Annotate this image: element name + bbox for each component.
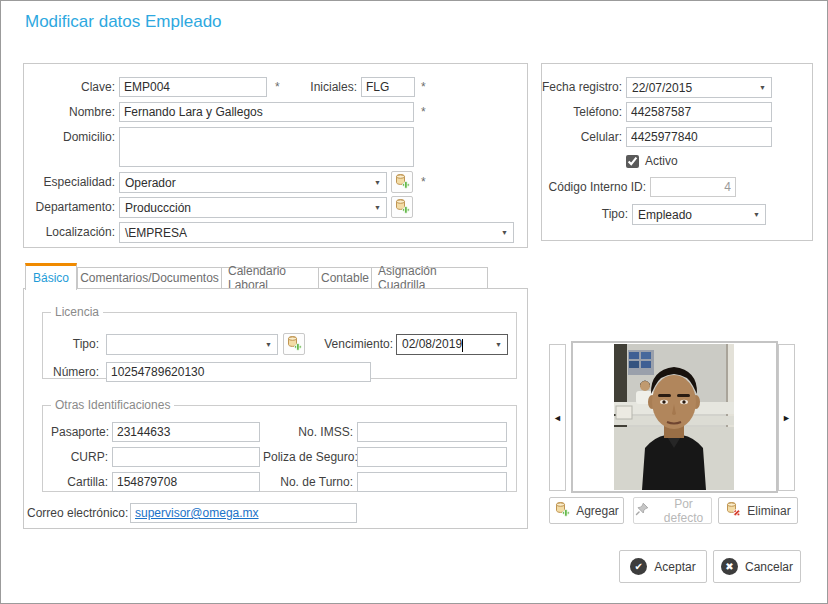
nombre-input[interactable] [119,102,414,122]
vencimiento-value: 02/08/2019 [402,337,462,351]
fecha-registro-label: Fecha registro: [542,77,622,97]
codigo-interno-input [650,177,736,197]
otras-identificaciones-group: Otras Identificaciones Pasaporte: CURP: … [42,398,517,492]
vencimiento-date-select[interactable]: 02/08/2019 ▼ [396,334,508,355]
tab-comentarios-documentos[interactable]: Comentarios/Documentos [77,267,222,289]
codigo-interno-label: Código Interno ID: [542,177,646,197]
pasaporte-input[interactable] [112,422,260,442]
departamento-value: Produccción [125,201,191,215]
tab-asignacion-cuadrilla[interactable]: Asignación Cuadrilla [371,267,488,289]
required-asterisk: * [421,105,426,119]
no-turno-input[interactable] [357,472,507,492]
agregar-label: Agregar [576,504,619,518]
photo-prev-button[interactable]: ◄ [549,344,566,491]
activo-checkbox[interactable] [626,155,639,168]
domicilio-textarea[interactable] [119,127,414,167]
telefono-input[interactable] [626,102,772,122]
iniciales-label: Iniciales: [302,77,357,97]
poliza-seguro-input[interactable] [357,447,507,467]
page-title: Modificar datos Empleado [25,12,222,32]
por-defecto-button[interactable]: Por defecto [633,497,712,524]
eliminar-photo-button[interactable]: Eliminar [718,497,798,524]
cartilla-label: Cartilla: [51,472,108,492]
activo-checkbox-row: Activo [626,154,678,168]
correo-input[interactable]: supervisor@omega.mx [130,503,357,523]
curp-input[interactable] [112,447,260,467]
dropdown-arrow-icon: ▼ [753,211,760,218]
activo-label: Activo [645,154,678,168]
otras-identificaciones-legend: Otras Identificaciones [51,398,174,412]
fecha-registro-select[interactable]: 22/07/2015 ▼ [626,77,772,98]
licencia-numero-label: Número: [51,362,99,382]
licencia-tipo-label: Tipo: [51,334,99,354]
eliminar-label: Eliminar [747,504,790,518]
iniciales-input[interactable] [361,77,415,97]
registro-group: Fecha registro: 22/07/2015 ▼ Teléfono: C… [541,63,813,241]
localizacion-label: Localización: [24,222,115,242]
clave-input[interactable] [119,77,267,97]
required-asterisk: * [275,80,280,94]
arrow-right-icon: ► [782,413,791,423]
dropdown-arrow-icon: ▼ [495,341,502,348]
no-imss-label: No. IMSS: [263,422,353,442]
localizacion-value: \EMPRESA [125,226,187,240]
arrow-left-icon: ◄ [553,413,562,423]
database-add-icon [394,198,410,217]
departamento-label: Departamento: [24,197,115,217]
required-asterisk: * [421,175,426,189]
fecha-registro-value: 22/07/2015 [632,81,692,95]
cross-circle-icon: ✖ [721,558,738,575]
required-asterisk: * [421,80,426,94]
clave-label: Clave: [24,77,115,97]
agregar-photo-button[interactable]: Agregar [549,497,624,524]
tipo-empleado-label: Tipo: [542,204,628,224]
dropdown-arrow-icon: ▼ [265,341,272,348]
vencimiento-label: Vencimiento: [305,334,393,354]
tipo-empleado-value: Empleado [638,208,692,222]
especialidad-label: Especialidad: [24,172,115,192]
tipo-empleado-select[interactable]: Empleado ▼ [632,204,766,225]
database-add-icon [554,501,570,520]
cartilla-input[interactable] [112,472,260,492]
add-departamento-button[interactable] [391,196,413,218]
aceptar-button[interactable]: ✔ Aceptar [619,550,707,583]
add-especialidad-button[interactable] [391,171,413,193]
employee-photo-image [614,344,734,490]
no-turno-label: No. de Turno: [263,472,353,492]
database-add-icon [286,335,302,354]
database-delete-icon [725,501,741,520]
licencia-tipo-select[interactable]: ▼ [106,334,278,355]
employee-photo [571,341,778,493]
dropdown-arrow-icon: ▼ [501,229,508,236]
nombre-label: Nombre: [24,102,115,122]
licencia-group: Licencia Tipo: ▼ Vencimiento: 02/08/2019… [42,305,517,379]
tab-basico[interactable]: Básico [25,263,77,290]
curp-label: CURP: [51,447,108,467]
check-circle-icon: ✔ [630,558,647,575]
photo-next-button[interactable]: ► [778,344,795,491]
licencia-numero-input[interactable] [106,362,371,382]
localizacion-select[interactable]: \EMPRESA ▼ [119,222,514,243]
especialidad-select[interactable]: Operador ▼ [119,172,387,193]
tab-calendario-laboral[interactable]: Calendario Laboral [221,267,319,289]
correo-link[interactable]: supervisor@omega.mx [135,506,259,520]
add-licencia-tipo-button[interactable] [283,333,305,355]
departamento-select[interactable]: Produccción ▼ [119,197,387,218]
correo-label: Correo electrónico: [27,503,127,523]
celular-label: Celular: [542,127,622,147]
no-imss-input[interactable] [357,422,507,442]
cancelar-button[interactable]: ✖ Cancelar [713,550,801,583]
general-info-group: Clave: * Iniciales: * Nombre: * Domicili… [23,63,528,248]
tab-panel-basico: Licencia Tipo: ▼ Vencimiento: 02/08/2019… [23,288,528,529]
text-cursor [462,339,463,352]
especialidad-value: Operador [125,176,176,190]
por-defecto-label: Por defecto [656,497,711,525]
domicilio-label: Domicilio: [24,127,115,147]
modificar-datos-empleado-window: Modificar datos Empleado Clave: * Inicia… [0,0,828,604]
dropdown-arrow-icon: ▼ [374,204,381,211]
celular-input[interactable] [626,127,772,147]
dropdown-arrow-icon: ▼ [374,179,381,186]
dropdown-arrow-icon: ▼ [759,84,766,91]
pushpin-icon [634,501,650,520]
tab-contable[interactable]: Contable [318,267,372,289]
